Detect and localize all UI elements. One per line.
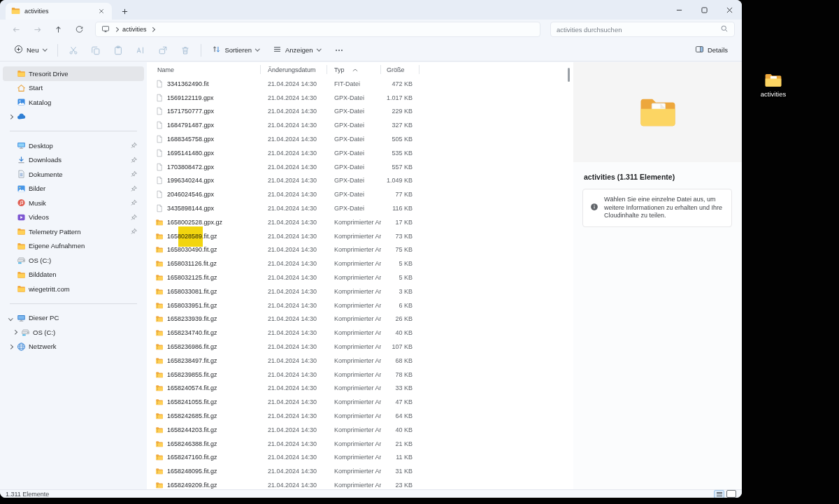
back-icon[interactable]: [7, 22, 25, 37]
chevron-icon[interactable]: [8, 344, 13, 350]
sidebar-item[interactable]: Telemetry Pattern: [3, 224, 144, 239]
file-list: Name Änderungsdatum Typ Größe 3341362490…: [147, 62, 573, 489]
column-header-date[interactable]: Änderungsdatum: [261, 62, 327, 77]
minimize-button[interactable]: [666, 0, 691, 20]
details-view-icon[interactable]: [714, 490, 724, 498]
file-row[interactable]: 1658233939.fit.gz 21.04.2024 14:30 Kompr…: [147, 312, 573, 326]
explorer-tab[interactable]: activities: [6, 3, 112, 20]
search-input[interactable]: [557, 26, 720, 34]
sort-button[interactable]: Sortieren: [206, 41, 266, 59]
file-icon: [155, 135, 164, 143]
copy-icon[interactable]: [85, 41, 106, 59]
paste-icon[interactable]: [108, 41, 129, 59]
file-row[interactable]: 1658030490.fit.gz 21.04.2024 14:30 Kompr…: [147, 243, 573, 257]
file-row[interactable]: 1688345758.gpx 21.04.2024 14:30 GPX-Date…: [147, 132, 573, 146]
file-row[interactable]: 1695141480.gpx 21.04.2024 14:30 GPX-Date…: [147, 146, 573, 160]
new-button[interactable]: Neu: [8, 41, 52, 59]
file-row[interactable]: 1658244203.fit.gz 21.04.2024 14:30 Kompr…: [147, 423, 573, 437]
sidebar-item[interactable]: Musik: [3, 196, 144, 210]
delete-icon[interactable]: [175, 41, 196, 59]
search-box[interactable]: [550, 22, 735, 37]
address-bar[interactable]: activities: [95, 22, 540, 37]
column-header-size[interactable]: Größe: [381, 62, 420, 77]
file-row[interactable]: 1703808472.gpx 21.04.2024 14:30 GPX-Date…: [147, 160, 573, 174]
file-size: 21 KB: [381, 440, 420, 447]
file-name: 1571750777.gpx: [167, 108, 261, 115]
sidebar-item[interactable]: Katalog: [3, 95, 144, 110]
file-row[interactable]: 1658247160.fit.gz 21.04.2024 14:30 Kompr…: [147, 451, 573, 465]
file-row[interactable]: 1658002528.gpx.gz 21.04.2024 14:30 Kompr…: [147, 215, 573, 229]
file-row[interactable]: 1658032125.fit.gz 21.04.2024 14:30 Kompr…: [147, 271, 573, 285]
chevron-icon[interactable]: [8, 315, 13, 321]
file-size: 472 KB: [381, 80, 420, 87]
rename-icon[interactable]: [130, 41, 151, 59]
details-pane-button[interactable]: Details: [689, 41, 733, 59]
sidebar-item[interactable]: Tresorit Drive: [3, 66, 144, 81]
refresh-icon[interactable]: [70, 22, 88, 37]
column-header-type[interactable]: Typ: [327, 62, 381, 77]
maximize-button[interactable]: [691, 0, 717, 20]
file-row[interactable]: 1571750777.gpx 21.04.2024 14:30 GPX-Date…: [147, 105, 573, 119]
file-row[interactable]: 1658240574.fit.gz 21.04.2024 14:30 Kompr…: [147, 382, 573, 396]
desktop-shortcut[interactable]: activities: [752, 73, 794, 98]
file-row[interactable]: 2046024546.gpx 21.04.2024 14:30 GPX-Date…: [147, 187, 573, 201]
file-row[interactable]: 1684791487.gpx 21.04.2024 14:30 GPX-Date…: [147, 118, 573, 132]
file-row[interactable]: 1569122119.gpx 21.04.2024 14:30 GPX-Date…: [147, 91, 573, 105]
file-row[interactable]: 1658234740.fit.gz 21.04.2024 14:30 Kompr…: [147, 326, 573, 340]
file-name: 1658248095.fit.gz: [167, 468, 261, 475]
sidebar-item[interactable]: [3, 110, 144, 124]
view-button[interactable]: Anzeigen: [267, 41, 327, 59]
close-button[interactable]: [717, 0, 742, 20]
file-date: 21.04.2024 14:30: [261, 260, 327, 267]
sidebar-item[interactable]: Bilddaten: [3, 268, 144, 282]
sidebar-item-label: wiegetritt.com: [29, 285, 70, 293]
sidebar-item-label: Eigene Aufnahmen: [29, 242, 85, 250]
sidebar-item[interactable]: OS (C:): [3, 325, 144, 340]
file-size: 1.049 KB: [381, 177, 420, 184]
large-icons-view-icon[interactable]: [726, 490, 736, 498]
file-row[interactable]: 3435898144.gpx 21.04.2024 14:30 GPX-Date…: [147, 201, 573, 215]
file-row[interactable]: 1658239855.fit.gz 21.04.2024 14:30 Kompr…: [147, 368, 573, 382]
new-tab-icon[interactable]: [119, 6, 130, 17]
cut-icon[interactable]: [63, 41, 84, 59]
sidebar-item[interactable]: Netzwerk: [3, 340, 144, 354]
sidebar-item[interactable]: wiegetritt.com: [3, 282, 144, 296]
breadcrumb[interactable]: activities: [122, 26, 147, 33]
more-options-icon[interactable]: [329, 41, 350, 59]
share-icon[interactable]: [152, 41, 173, 59]
file-row[interactable]: 1658028589.fit.gz 21.04.2024 14:30 Kompr…: [147, 229, 573, 243]
forward-icon[interactable]: [28, 22, 46, 37]
up-icon[interactable]: [49, 22, 67, 37]
sidebar-item[interactable]: Dieser PC: [3, 311, 144, 326]
file-row[interactable]: 1996340244.gpx 21.04.2024 14:30 GPX-Date…: [147, 174, 573, 188]
sidebar-item[interactable]: Dokumente: [3, 167, 144, 182]
sidebar-item[interactable]: Desktop: [3, 138, 144, 153]
column-header-name[interactable]: Name: [147, 62, 261, 77]
file-row[interactable]: 1658242685.fit.gz 21.04.2024 14:30 Kompr…: [147, 409, 573, 423]
file-row[interactable]: 1658236986.fit.gz 21.04.2024 14:30 Kompr…: [147, 340, 573, 354]
file-row[interactable]: 1658248095.fit.gz 21.04.2024 14:30 Kompr…: [147, 464, 573, 478]
file-row[interactable]: 1658241055.fit.gz 21.04.2024 14:30 Kompr…: [147, 395, 573, 409]
tab-close-icon[interactable]: [96, 6, 106, 16]
file-size: 5 KB: [381, 260, 420, 267]
file-row[interactable]: 1658246388.fit.gz 21.04.2024 14:30 Kompr…: [147, 437, 573, 451]
desktop-monitor-icon[interactable]: [101, 23, 110, 36]
sidebar-item[interactable]: Downloads: [3, 153, 144, 168]
file-row[interactable]: 3341362490.fit 21.04.2024 14:30 FIT-Date…: [147, 77, 573, 91]
sidebar-divider: [10, 303, 137, 304]
vertical-scrollbar[interactable]: [568, 68, 570, 82]
search-icon[interactable]: [720, 23, 729, 36]
sidebar-item[interactable]: Bilder: [3, 182, 144, 196]
sidebar-item[interactable]: OS (C:): [3, 253, 144, 268]
file-row[interactable]: 1658033951.fit.gz 21.04.2024 14:30 Kompr…: [147, 298, 573, 312]
sidebar-item[interactable]: Start: [3, 81, 144, 96]
chevron-icon[interactable]: [8, 114, 13, 120]
file-row[interactable]: 1658031126.fit.gz 21.04.2024 14:30 Kompr…: [147, 257, 573, 271]
file-row[interactable]: 1658249209.fit.gz 21.04.2024 14:30 Kompr…: [147, 478, 573, 489]
sidebar-item[interactable]: Videos: [3, 210, 144, 225]
file-name: 1684791487.gpx: [167, 122, 261, 129]
sidebar-item[interactable]: Eigene Aufnahmen: [3, 239, 144, 254]
chevron-icon[interactable]: [12, 329, 17, 335]
file-row[interactable]: 1658033081.fit.gz 21.04.2024 14:30 Kompr…: [147, 285, 573, 298]
file-row[interactable]: 1658238497.fit.gz 21.04.2024 14:30 Kompr…: [147, 354, 573, 368]
